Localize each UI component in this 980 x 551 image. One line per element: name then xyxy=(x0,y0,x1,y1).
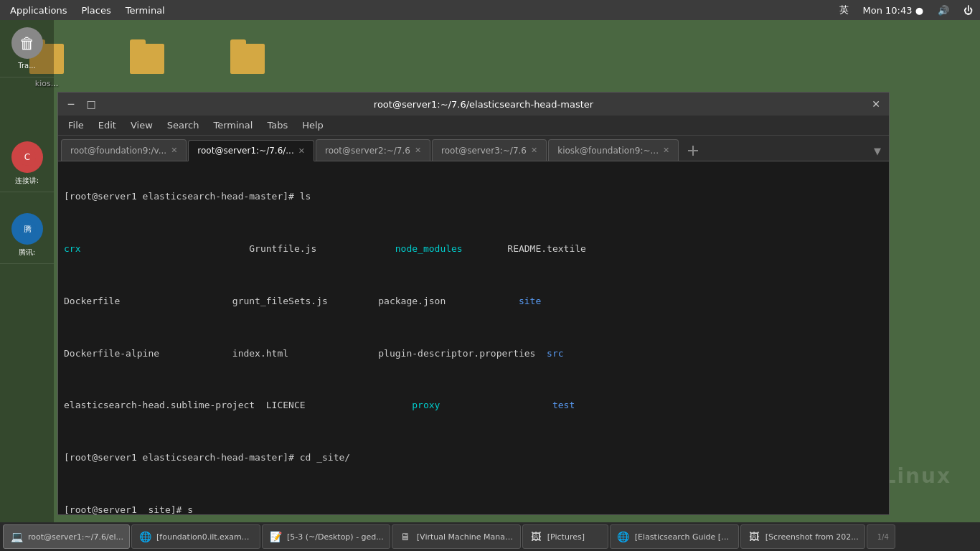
folder-icon-1 xyxy=(130,42,164,76)
side-icon-tencent[interactable]: 腾 腾讯: xyxy=(0,207,54,264)
taskbar-icon-3: 🖥 xyxy=(398,529,413,544)
term-line-1: [root@server1 elasticsearch-head-master]… xyxy=(64,190,883,203)
terminal-title: root@server1:~/7.6/elasticsearch-head-ma… xyxy=(104,99,863,110)
tab-0[interactable]: root@foundation9:/v... ✕ xyxy=(61,139,187,161)
taskbar-item-2[interactable]: 📝 [5-3 (~/Desktop) - ged... xyxy=(262,524,390,549)
term-line-2: crx Gruntfile.js node_modules README.tex… xyxy=(64,242,883,255)
term-line-3: Dockerfile grunt_fileSets.js package.jso… xyxy=(64,295,883,308)
terminal-titlebar: ─ □ root@server1:~/7.6/elasticsearch-hea… xyxy=(58,93,889,116)
taskbar-label-5: [Elasticsearch Guide [7... xyxy=(635,532,732,542)
svg-rect-5 xyxy=(688,150,698,151)
taskbar-label-1: [foundation0.ilt.exampl... xyxy=(156,532,254,542)
tab-label-1: root@server1:~/7.6/... xyxy=(197,146,293,156)
tencent-icon: 腾 xyxy=(11,213,43,245)
taskbar-item-3[interactable]: 🖥 [Virtual Machine Manag... xyxy=(392,524,521,549)
terminal-menu[interactable]: Terminal xyxy=(118,4,172,17)
taskbar-item-6[interactable]: 🖼 [Screenshot from 202... xyxy=(740,524,865,549)
term-line-6: [root@server1 elasticsearch-head-master]… xyxy=(64,451,883,464)
maximize-button[interactable]: □ xyxy=(84,97,98,111)
menu-terminal[interactable]: Terminal xyxy=(206,118,260,132)
term-line-4: Dockerfile-alpine index.html plugin-desc… xyxy=(64,347,883,360)
new-tab-button[interactable] xyxy=(683,141,703,161)
top-menubar: Applications Places Terminal 英 Mon 10:43… xyxy=(0,0,980,20)
tab-2[interactable]: root@server2:~/7.6 ✕ xyxy=(316,139,430,161)
terminal-menubar: File Edit View Search Terminal Tabs Help xyxy=(58,116,889,136)
svg-text:腾: 腾 xyxy=(23,225,31,234)
menu-search[interactable]: Search xyxy=(160,118,207,132)
term-line-5: elasticsearch-head.sublime-project LICEN… xyxy=(64,399,883,412)
terminal-window: ─ □ root@server1:~/7.6/elasticsearch-hea… xyxy=(57,92,890,515)
volume-icon[interactable]: 🔊 xyxy=(933,4,953,17)
applications-menu[interactable]: Applications xyxy=(3,4,74,17)
taskbar-item-5[interactable]: 🌐 [Elasticsearch Guide [7... xyxy=(610,524,739,549)
menu-edit[interactable]: Edit xyxy=(91,118,123,132)
terminal-tabs: root@foundation9:/v... ✕ root@server1:~/… xyxy=(58,136,889,161)
tab-label-2: root@server2:~/7.6 xyxy=(325,146,410,156)
terminal-content[interactable]: [root@server1 elasticsearch-head-master]… xyxy=(58,161,889,514)
desktop-icon-2[interactable] xyxy=(219,42,276,79)
tab-3[interactable]: root@server3:~/7.6 ✕ xyxy=(432,139,547,161)
taskbar-label-6: [Screenshot from 202... xyxy=(765,532,859,542)
menu-tabs[interactable]: Tabs xyxy=(260,118,295,132)
tab-close-1[interactable]: ✕ xyxy=(298,146,305,156)
language-indicator[interactable]: 英 xyxy=(835,2,853,18)
tab-1[interactable]: root@server1:~/7.6/... ✕ xyxy=(188,140,314,161)
system-tray: 英 Mon 10:43 ● 🔊 ⏻ xyxy=(835,2,977,18)
tab-scroll-arrow[interactable]: ▼ xyxy=(869,141,886,161)
tab-close-2[interactable]: ✕ xyxy=(415,146,421,155)
trash-icon: 🗑 xyxy=(11,27,43,59)
tab-label-0: root@foundation9:/v... xyxy=(70,146,166,156)
taskbar-counter-label: 1/4 xyxy=(877,533,889,541)
taskbar-label-3: [Virtual Machine Manag... xyxy=(417,532,514,542)
side-icon-label-1: 连接讲: xyxy=(15,176,39,186)
taskbar-item-1[interactable]: 🌐 [foundation0.ilt.exampl... xyxy=(131,524,260,549)
desktop: kios... 🗑 Tra... C 连接讲: xyxy=(0,20,980,522)
connect-icon: C xyxy=(11,141,43,173)
side-icon-connect[interactable]: C 连接讲: xyxy=(0,135,54,192)
power-icon[interactable]: ⏻ xyxy=(959,4,977,17)
menu-view[interactable]: View xyxy=(123,118,160,132)
desktop-icon-1[interactable] xyxy=(118,42,176,79)
taskbar-item-0[interactable]: 💻 root@server1:~/7.6/el... xyxy=(3,524,130,549)
close-button[interactable]: ✕ xyxy=(869,97,883,111)
side-icon-label-0: Tra... xyxy=(18,62,35,70)
taskbar-icon-1: 🌐 xyxy=(138,529,152,544)
taskbar-icon-4: 🖼 xyxy=(529,529,543,544)
taskbar-icon-6: 🖼 xyxy=(747,529,761,544)
taskbar-label-4: [Pictures] xyxy=(547,532,585,542)
taskbar-counter[interactable]: 1/4 xyxy=(867,524,895,549)
taskbar-label-0: root@server1:~/7.6/el... xyxy=(28,532,123,542)
tab-close-4[interactable]: ✕ xyxy=(663,146,669,155)
taskbar-icon-0: 💻 xyxy=(9,529,24,544)
menu-help[interactable]: Help xyxy=(295,118,331,132)
side-icon-trash[interactable]: 🗑 Tra... xyxy=(0,20,54,77)
term-line-7: [root@server1 _site]# s xyxy=(64,504,883,514)
tab-label-4: kiosk@foundation9:~... xyxy=(557,146,659,156)
tab-close-3[interactable]: ✕ xyxy=(531,146,537,155)
tab-4[interactable]: kiosk@foundation9:~... ✕ xyxy=(548,139,679,161)
tab-close-0[interactable]: ✕ xyxy=(171,146,177,155)
taskbar-item-4[interactable]: 🖼 [Pictures] xyxy=(522,524,608,549)
side-icon-label-2: 腾讯: xyxy=(19,248,35,258)
taskbar-icon-2: 📝 xyxy=(268,529,283,544)
menu-file[interactable]: File xyxy=(61,118,91,132)
taskbar-icon-5: 🌐 xyxy=(616,529,631,544)
tab-label-3: root@server3:~/7.6 xyxy=(441,146,527,156)
taskbar: 💻 root@server1:~/7.6/el... 🌐 [foundation… xyxy=(0,522,980,551)
places-menu[interactable]: Places xyxy=(74,4,118,17)
datetime-display: Mon 10:43 ● xyxy=(859,4,928,17)
folder-icon-2 xyxy=(230,42,265,76)
taskbar-label-2: [5-3 (~/Desktop) - ged... xyxy=(287,532,384,542)
svg-text:C: C xyxy=(24,152,29,162)
minimize-button[interactable]: ─ xyxy=(64,97,78,111)
side-panel: 🗑 Tra... C 连接讲: 腾 腾讯: xyxy=(0,20,54,522)
